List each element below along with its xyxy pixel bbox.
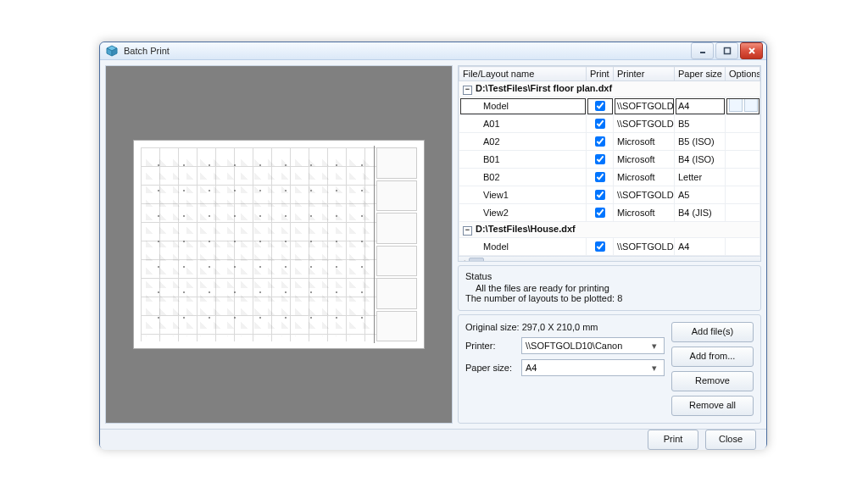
option-icon[interactable] [760, 98, 760, 112]
col-options[interactable]: Options [726, 67, 760, 81]
drawing-preview [133, 140, 425, 349]
layout-row[interactable]: B01MicrosoftB4 (ISO) [459, 151, 760, 169]
print-checkbox[interactable] [595, 154, 605, 164]
preview-pane [105, 65, 453, 424]
layout-row[interactable]: B02MicrosoftLetter [459, 169, 760, 186]
print-checkbox[interactable] [595, 208, 605, 218]
horizontal-scrollbar[interactable]: ◂ [459, 256, 760, 262]
layout-row[interactable]: A01\\SOFTGOLDB5 [459, 115, 760, 133]
paper-size-label: Paper size: [465, 363, 516, 373]
print-button[interactable]: Print [648, 430, 698, 450]
status-panel: Status All the files are ready for print… [458, 265, 761, 311]
file-layout-list[interactable]: File/Layout name Print Printer Paper siz… [458, 65, 761, 262]
collapse-icon[interactable]: − [463, 86, 472, 95]
add-from-button[interactable]: Add from... [671, 347, 754, 367]
layout-row[interactable]: Model\\SOFTGOLDA4 [459, 238, 760, 256]
batch-print-window: Batch Print File [99, 42, 767, 449]
collapse-icon[interactable]: − [463, 226, 472, 236]
col-name[interactable]: File/Layout name [459, 67, 587, 81]
status-line1: All the files are ready for printing [465, 283, 754, 293]
layout-row[interactable]: View1\\SOFTGOLDA5 [459, 186, 760, 204]
file-row[interactable]: −D:\TestFiles\First floor plan.dxf [459, 81, 760, 97]
settings-panel: Original size: 297,0 X 210,0 mm Printer:… [458, 314, 761, 424]
option-icon[interactable] [729, 98, 743, 112]
col-print[interactable]: Print [587, 67, 614, 81]
col-paper[interactable]: Paper size [675, 67, 726, 81]
print-checkbox[interactable] [595, 241, 605, 252]
status-heading: Status [465, 271, 754, 281]
minimize-button[interactable] [691, 42, 714, 59]
printer-combo[interactable]: \\SOFTGOLD10\Canon ▾ [521, 337, 665, 354]
chevron-down-icon: ▾ [648, 363, 660, 374]
footer: Print Close [100, 429, 766, 450]
window-title: Batch Print [124, 46, 691, 56]
titlebar: Batch Print [100, 42, 766, 60]
chevron-down-icon: ▾ [648, 341, 660, 352]
layout-row[interactable]: A02MicrosoftB5 (ISO) [459, 133, 760, 151]
close-dialog-button[interactable]: Close [705, 430, 756, 450]
option-icon[interactable] [744, 98, 758, 112]
print-checkbox[interactable] [595, 101, 605, 111]
print-checkbox[interactable] [595, 119, 605, 129]
paper-size-combo[interactable]: A4 ▾ [521, 359, 665, 376]
close-button[interactable] [740, 42, 763, 59]
layout-row[interactable]: View2MicrosoftB4 (JIS) [459, 204, 760, 222]
col-printer[interactable]: Printer [614, 67, 675, 81]
status-line2: The number of layouts to be plotted: 8 [465, 293, 754, 303]
print-checkbox[interactable] [595, 136, 605, 147]
print-checkbox[interactable] [595, 190, 605, 200]
add-files-button[interactable]: Add file(s) [671, 322, 754, 342]
original-size-label: Original size: 297,0 X 210,0 mm [465, 322, 665, 332]
maximize-button[interactable] [715, 42, 738, 59]
svg-rect-4 [724, 48, 730, 54]
remove-all-button[interactable]: Remove all [671, 396, 754, 416]
file-row[interactable]: −D:\TestFiles\House.dxf [459, 222, 760, 238]
app-icon [105, 44, 119, 58]
print-checkbox[interactable] [595, 172, 605, 182]
printer-label: Printer: [465, 341, 516, 351]
layout-row[interactable]: Model\\SOFTGOLDA4 [459, 97, 760, 115]
remove-button[interactable]: Remove [671, 371, 754, 391]
